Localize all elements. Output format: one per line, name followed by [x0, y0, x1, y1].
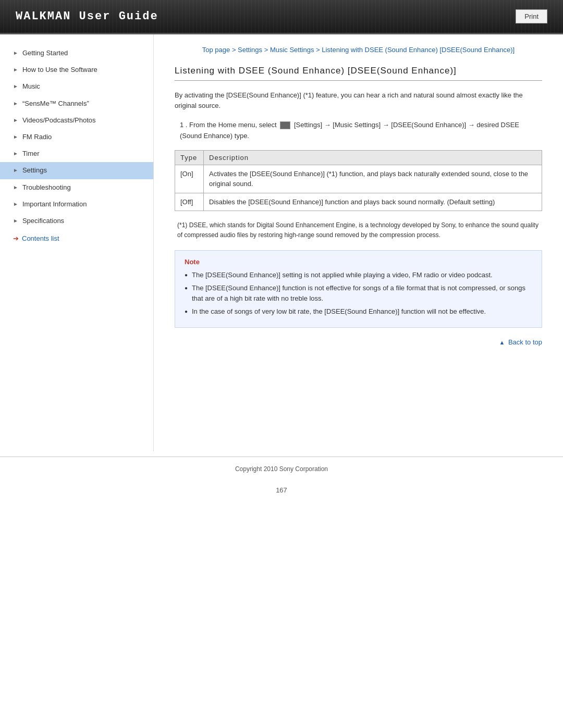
table-header-type: Type [175, 150, 204, 165]
breadcrumb[interactable]: Top page > Settings > Music Settings > L… [175, 45, 542, 55]
sidebar-item-label: Troubleshooting [22, 183, 71, 192]
sidebar-item-music[interactable]: ► Music [0, 78, 153, 95]
chevron-right-icon: ► [13, 167, 18, 174]
dsee-table: Type Description [On] Activates the [DSE… [175, 150, 542, 212]
step-1-pre: 1 . From the Home menu, select [180, 121, 277, 129]
chevron-right-icon: ► [13, 83, 18, 90]
chevron-right-icon: ► [13, 100, 18, 107]
main-layout: ► Getting Started ► How to Use the Softw… [0, 34, 563, 451]
sidebar-item-label: “SensMe™ Channels” [22, 99, 89, 108]
page-header: WALKMAN User Guide Print [0, 0, 563, 34]
sidebar-item-fm-radio[interactable]: ► FM Radio [0, 129, 153, 145]
app-title: WALKMAN User Guide [16, 10, 158, 23]
sidebar-item-how-to-use-software[interactable]: ► How to Use the Software [0, 61, 153, 78]
print-button[interactable]: Print [516, 9, 547, 23]
chevron-right-icon: ► [13, 184, 18, 191]
sidebar-item-specifications[interactable]: ► Specifications [0, 213, 153, 229]
back-to-top-link[interactable]: ▲ Back to top [499, 338, 542, 346]
table-cell-desc-on: Activates the [DSEE(Sound Enhance)] (*1)… [204, 165, 542, 193]
contents-list-label: Contents list [22, 235, 59, 242]
sidebar-item-label: Music [22, 82, 40, 91]
note-title: Note [185, 258, 532, 266]
note-item-3: In the case of songs of very low bit rat… [185, 306, 532, 317]
sidebar-item-label: Settings [22, 166, 47, 175]
table-cell-type-off: [Off] [175, 193, 204, 211]
table-cell-desc-off: Disables the [DSEE(Sound Enhance)] funct… [204, 193, 542, 211]
note-item-2: The [DSEE(Sound Enhance)] function is no… [185, 283, 532, 303]
sidebar-item-label: FM Radio [22, 132, 52, 142]
table-row: [Off] Disables the [DSEE(Sound Enhance)]… [175, 193, 542, 211]
up-arrow-icon: ▲ [499, 339, 505, 346]
copyright-text: Copyright 2010 Sony Corporation [235, 465, 328, 473]
footer: Copyright 2010 Sony Corporation [0, 456, 563, 481]
chevron-right-icon: ► [13, 50, 18, 57]
settings-icon [280, 121, 290, 129]
page-title: Listening with DSEE (Sound Enhance) [DSE… [175, 66, 542, 81]
sidebar-item-settings[interactable]: ► Settings [0, 162, 153, 179]
intro-text: By activating the [DSEE(Sound Enhance)] … [175, 90, 542, 112]
sidebar: ► Getting Started ► How to Use the Softw… [0, 34, 154, 451]
chevron-right-icon: ► [13, 133, 18, 141]
sidebar-item-label: Getting Started [22, 48, 68, 58]
arrow-right-icon: ➔ [13, 235, 19, 242]
back-to-top[interactable]: ▲ Back to top [175, 338, 542, 346]
table-header-description: Description [204, 150, 542, 165]
sidebar-item-timer[interactable]: ► Timer [0, 145, 153, 162]
table-row: [On] Activates the [DSEE(Sound Enhance)]… [175, 165, 542, 193]
chevron-right-icon: ► [13, 217, 18, 225]
sidebar-item-label: Specifications [22, 216, 64, 226]
chevron-right-icon: ► [13, 66, 18, 73]
table-cell-type-on: [On] [175, 165, 204, 193]
note-box: Note The [DSEE(Sound Enhance)] setting i… [175, 250, 542, 328]
sidebar-item-getting-started[interactable]: ► Getting Started [0, 45, 153, 61]
sidebar-item-label: Timer [22, 149, 40, 158]
chevron-right-icon: ► [13, 201, 18, 208]
contents-list-link[interactable]: ➔ Contents list [0, 229, 153, 242]
breadcrumb-text: Top page > Settings > Music Settings > L… [202, 46, 515, 54]
sidebar-item-sensme-channels[interactable]: ► “SensMe™ Channels” [0, 95, 153, 112]
page-number: 167 [0, 481, 563, 504]
chevron-right-icon: ► [13, 117, 18, 124]
content-area: Top page > Settings > Music Settings > L… [154, 34, 563, 451]
note-list: The [DSEE(Sound Enhance)] setting is not… [185, 270, 532, 317]
sidebar-item-label: How to Use the Software [22, 65, 97, 75]
chevron-right-icon: ► [13, 150, 18, 157]
footnote-text: (*1) DSEE, which stands for Digital Soun… [175, 220, 542, 240]
sidebar-item-important-information[interactable]: ► Important Information [0, 196, 153, 213]
back-to-top-label: Back to top [508, 338, 542, 346]
sidebar-item-label: Videos/Podcasts/Photos [22, 116, 96, 125]
sidebar-item-label: Important Information [22, 200, 87, 209]
sidebar-item-videos-podcasts-photos[interactable]: ► Videos/Podcasts/Photos [0, 112, 153, 129]
note-item-1: The [DSEE(Sound Enhance)] setting is not… [185, 270, 532, 280]
step-1: 1 . From the Home menu, select [Settings… [175, 120, 542, 142]
sidebar-item-troubleshooting[interactable]: ► Troubleshooting [0, 179, 153, 196]
